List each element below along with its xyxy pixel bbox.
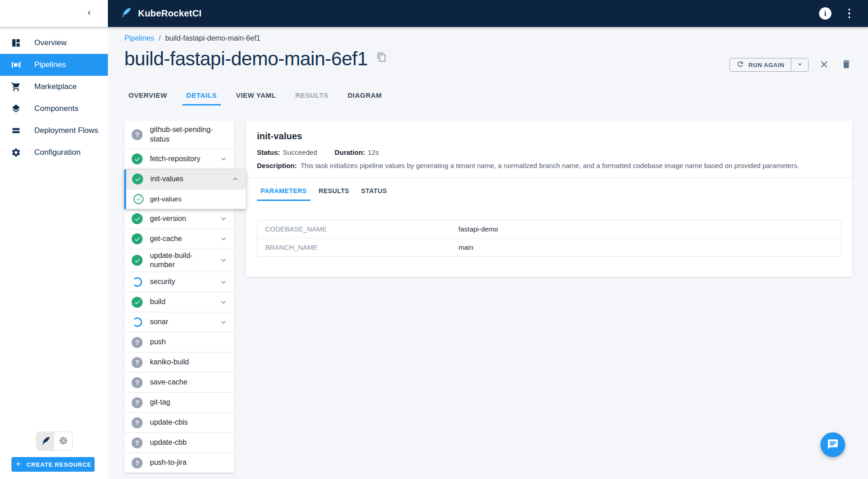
tab-details[interactable]: DETAILS [182,91,221,105]
param-key: CODEBASE_NAME [257,225,458,233]
app-root: KubeRocketCI i Overview [0,0,868,479]
task-row-fetch-repository[interactable]: fetch-repository [124,149,234,169]
task-row-security[interactable]: security [124,272,234,292]
sidebar-item-deployment-flows[interactable]: Deployment Flows [0,120,108,142]
question-icon: ? [132,129,143,140]
chevron-up-icon [230,175,240,183]
run-again-button[interactable]: RUN AGAIN [730,58,791,71]
task-row-get-values[interactable]: get-values [126,189,246,209]
run-again-split-button: RUN AGAIN [730,58,809,72]
brand: KubeRocketCI [120,6,202,21]
sidebar-item-label: Pipelines [34,60,66,69]
task-row-push-to-jira[interactable]: ? push-to-jira [124,453,234,473]
duration-value: 12s [368,148,379,156]
info-button[interactable]: i [819,7,831,20]
task-row-git-tag[interactable]: ? git-tag [124,393,234,413]
sidebar-item-marketplace[interactable]: Marketplace [0,76,108,98]
task-name: get-version [150,214,218,224]
task-row-kaniko-build[interactable]: ? kaniko-build [124,353,234,373]
tab-parameters[interactable]: PARAMETERS [257,184,310,201]
chevron-left-icon [85,9,93,18]
question-icon: ? [132,357,143,368]
kubernetes-provider-toggle[interactable]: ☸ [54,432,72,450]
info-icon: i [824,10,826,18]
task-row-github-set-pending-status[interactable]: ? github-set-pending-status [124,121,234,149]
task-name: get-values [150,195,240,204]
table-row: BRANCH_NAME main [257,238,841,256]
success-icon [132,297,143,308]
parameters-table: CODEBASE_NAME fastapi-demo BRANCH_NAME m… [257,220,841,257]
sidebar-collapse-button[interactable] [82,7,96,21]
task-name: init-values [150,174,230,184]
tab-view-yaml[interactable]: VIEW YAML [232,91,280,105]
task-group-init-values: init-values get-values [124,169,246,209]
close-icon [819,59,830,71]
task-row-init-values[interactable]: init-values [126,169,246,189]
param-value: fastapi-demo [458,225,498,233]
task-row-save-cache[interactable]: ? save-cache [124,373,234,393]
rocket-provider-toggle[interactable] [37,432,54,450]
breadcrumb-pipelines-link[interactable]: Pipelines [124,34,154,42]
delete-pipeline-button[interactable] [840,58,852,71]
task-name: fetch-repository [150,154,218,164]
success-icon [132,233,143,244]
chat-fab-button[interactable] [820,432,845,457]
running-spinner-icon [132,277,143,288]
chevron-down-icon [218,298,229,306]
task-row-build[interactable]: build [124,292,234,312]
tab-overview[interactable]: OVERVIEW [124,91,171,105]
task-row-get-version[interactable]: get-version [124,209,234,229]
sidebar-item-pipelines[interactable]: Pipelines [0,54,108,76]
task-row-update-build-number[interactable]: update-build-number [124,249,234,273]
tab-diagram[interactable]: DIAGRAM [343,91,386,105]
task-name: github-set-pending-status [150,125,229,144]
run-again-dropdown-button[interactable] [791,58,808,71]
stacked-bars-icon [11,125,21,136]
layers-icon [11,103,21,114]
description-text: This task initializes pipeline values by… [300,162,799,169]
success-outline-icon [133,194,144,204]
create-resource-label: CREATE RESOURCE [27,461,91,468]
task-name: security [150,277,218,287]
pipeline-tabs: OVERVIEW DETAILS VIEW YAML RESULTS DIAGR… [124,91,852,105]
task-name: get-cache [150,234,218,244]
sidebar-item-label: Components [34,104,78,113]
sidebar: Overview Pipelines Marketplace Component… [0,27,108,479]
question-icon: ? [132,337,143,348]
sidebar-item-overview[interactable]: Overview [0,32,108,54]
task-name: update-build-number [150,251,218,270]
task-row-update-cbb[interactable]: ? update-cbb [124,433,234,453]
overview-icon [11,37,21,48]
sidebar-item-components[interactable]: Components [0,98,108,120]
task-detail-title: init-values [257,131,841,142]
sidebar-item-label: Deployment Flows [34,126,98,135]
kebab-menu-button[interactable] [843,8,855,20]
task-row-get-cache[interactable]: get-cache [124,229,234,249]
sidebar-item-configuration[interactable]: Configuration [0,142,108,163]
header-row: KubeRocketCI i [0,0,868,27]
kubernetes-icon: ☸ [59,436,69,447]
task-name: sonar [150,317,218,327]
task-row-push[interactable]: ? push [124,332,234,353]
question-icon: ? [132,437,143,448]
trash-icon [841,59,852,71]
task-row-sonar[interactable]: sonar [124,312,234,332]
status-label: Status: [257,148,280,156]
refresh-icon [736,60,744,69]
sidebar-item-label: Configuration [34,148,80,157]
chevron-down-icon [218,318,229,326]
tab-task-status[interactable]: STATUS [357,184,390,201]
page-actions: RUN AGAIN [730,58,852,72]
tab-task-results[interactable]: RESULTS [315,184,353,201]
task-name: kaniko-build [150,358,229,367]
cancel-pipeline-button[interactable] [818,58,831,71]
appbar: KubeRocketCI i [108,0,868,27]
copy-title-button[interactable] [376,52,388,63]
create-resource-button[interactable]: CREATE RESOURCE [11,457,95,472]
table-row: CODEBASE_NAME fastapi-demo [257,221,841,238]
task-name: update-cbb [150,438,229,447]
cart-icon [11,81,21,92]
param-key: BRANCH_NAME [257,243,458,251]
success-icon [132,255,143,266]
task-row-update-cbis[interactable]: ? update-cbis [124,413,234,433]
